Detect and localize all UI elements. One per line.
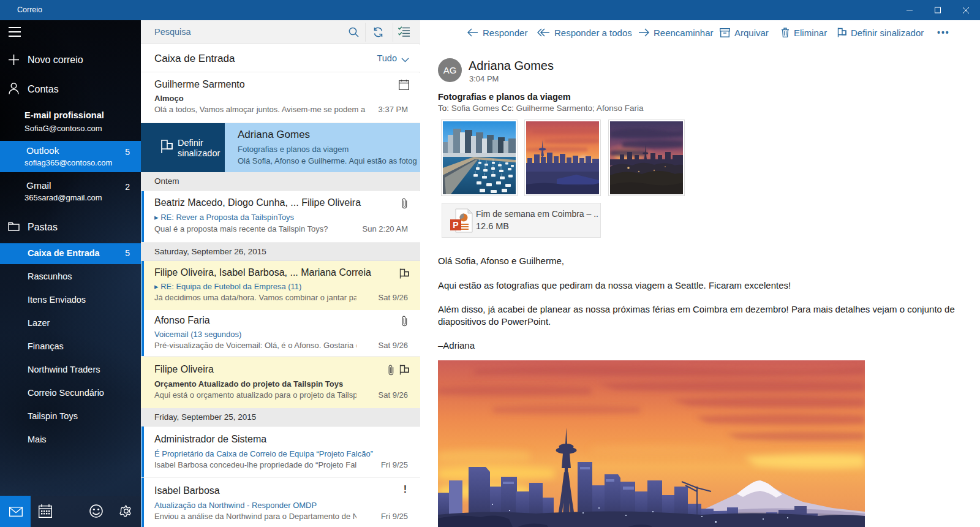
svg-text:P: P bbox=[453, 220, 458, 230]
